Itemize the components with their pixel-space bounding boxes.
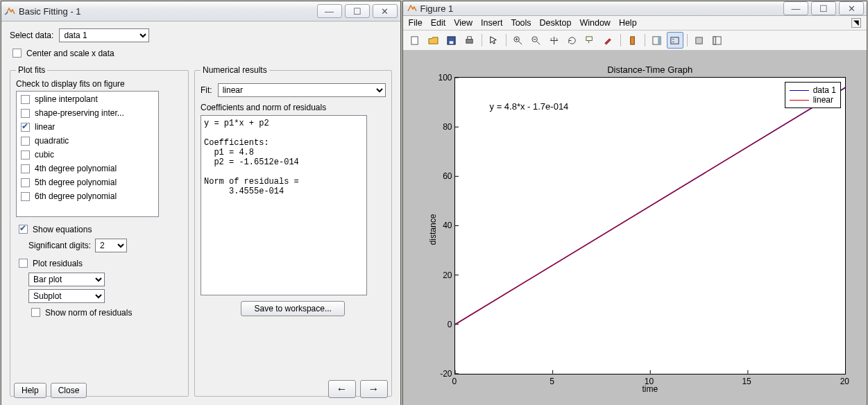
fit-check-5th[interactable] [21, 178, 30, 187]
fit-check-linear[interactable] [21, 123, 30, 132]
legend-swatch-linear [790, 100, 809, 101]
prev-panel-button[interactable]: ← [328, 380, 356, 398]
list-item: cubic [18, 148, 157, 162]
fit-check-4th[interactable] [21, 164, 30, 173]
select-data-label: Select data: [10, 31, 53, 40]
plot-residuals-input[interactable] [19, 259, 28, 268]
save-workspace-button[interactable]: Save to workspace... [241, 301, 345, 316]
ytick: 40 [434, 221, 452, 230]
menu-insert[interactable]: Insert [481, 18, 502, 28]
list-item: 4th degree polynomial [18, 162, 157, 175]
list-item: spline interpolant [18, 92, 157, 106]
next-panel-button[interactable]: → [360, 380, 388, 398]
fit-check-6th[interactable] [21, 192, 30, 201]
sig-digits-dropdown[interactable]: 2 [95, 239, 127, 252]
plot-area: Distance-Time Graph distance time [403, 51, 867, 405]
list-item: 5th degree polynomial [18, 175, 157, 189]
link-icon[interactable] [624, 32, 641, 49]
show-norm-checkbox[interactable]: Show norm of residuals [28, 306, 182, 319]
fig-close-button[interactable]: ✕ [839, 1, 864, 15]
svg-rect-20 [696, 37, 702, 43]
menu-window[interactable]: Window [579, 18, 610, 28]
list-item: quadratic [18, 134, 157, 148]
figure-window-controls: — ☐ ✕ [783, 1, 864, 15]
fitting-titlebar[interactable]: Basic Fitting - 1 — ☐ ✕ [1, 1, 400, 21]
list-item: linear [18, 120, 157, 134]
list-item: 6th degree polynomial [18, 189, 157, 203]
fit-check-spline[interactable] [21, 95, 30, 104]
equation-annotation: y = 4.8*x - 1.7e-014 [490, 101, 569, 112]
svg-rect-17 [671, 37, 679, 43]
residual-plot-type-dropdown[interactable]: Bar plot [28, 273, 105, 286]
hide-tools-icon[interactable] [691, 32, 708, 49]
fit-check-shape[interactable] [21, 109, 30, 118]
zoom-in-icon[interactable] [510, 32, 527, 49]
menu-help[interactable]: Help [619, 18, 637, 28]
menu-tools[interactable]: Tools [511, 18, 531, 28]
ytick: 20 [434, 270, 452, 280]
coefficients-label: Coefficients and norm of residuals [201, 103, 386, 112]
fit-label: Fit: [201, 85, 212, 95]
ytick: 80 [434, 122, 452, 132]
show-tools-icon[interactable] [709, 32, 726, 49]
brush-icon[interactable] [600, 32, 617, 49]
maximize-button[interactable]: ☐ [345, 4, 370, 18]
center-scale-input[interactable] [12, 49, 22, 58]
residual-location-dropdown[interactable]: Subplot [28, 289, 105, 303]
svg-rect-22 [713, 36, 716, 44]
fitting-window-controls: — ☐ ✕ [317, 4, 398, 18]
numerical-results-group: Numerical results Fit: linear Coefficien… [194, 65, 392, 397]
basic-fitting-window: Basic Fitting - 1 — ☐ ✕ Select data: dat… [1, 1, 401, 405]
open-icon[interactable] [425, 32, 442, 49]
fit-check-cubic[interactable] [21, 150, 30, 160]
plot-residuals-checkbox[interactable]: Plot residuals [16, 257, 182, 270]
menu-file[interactable]: File [409, 18, 423, 28]
pan-icon[interactable] [546, 32, 563, 49]
close-button[interactable]: Close [51, 383, 87, 398]
legend-toggle-icon[interactable] [667, 32, 683, 49]
ytick: 0 [434, 320, 452, 329]
plot-fits-group: Plot fits Check to display fits on figur… [10, 65, 189, 397]
zoom-out-icon[interactable] [528, 32, 545, 49]
help-button[interactable]: Help [14, 383, 46, 398]
menu-desktop[interactable]: Desktop [540, 18, 572, 28]
matlab-icon [4, 6, 15, 17]
xtick: 20 [840, 377, 849, 386]
fits-listbox[interactable]: spline interpolant shape-preserving inte… [16, 91, 159, 217]
svg-rect-16 [658, 37, 660, 43]
chart-axes[interactable]: 100 80 60 40 20 0 -20 0 5 10 15 20 y = 4… [454, 77, 846, 374]
figure-title: Figure 1 [420, 3, 783, 14]
fit-check-quadratic[interactable] [21, 137, 30, 146]
xtick: 15 [742, 377, 751, 386]
figure-toolbar [403, 31, 867, 51]
select-data-dropdown[interactable]: data 1 [59, 28, 149, 42]
new-figure-icon[interactable] [407, 32, 424, 49]
colorbar-icon[interactable] [649, 32, 665, 49]
center-scale-checkbox[interactable]: Center and scale x data [10, 46, 392, 60]
xtick: 10 [645, 377, 654, 386]
show-equations-input[interactable] [19, 225, 28, 234]
minimize-button[interactable]: — [317, 4, 342, 18]
save-icon[interactable] [443, 32, 460, 49]
rotate-icon[interactable] [564, 32, 581, 49]
fit-dropdown[interactable]: linear [218, 83, 386, 97]
chart-legend[interactable]: data 1 linear [785, 82, 841, 108]
datatip-icon[interactable] [582, 32, 599, 49]
svg-rect-2 [450, 41, 454, 44]
results-textbox[interactable]: y = p1*x + p2 Coefficients: p1 = 4.8 p2 … [201, 115, 367, 295]
close-window-button[interactable]: ✕ [373, 4, 398, 18]
figure-titlebar[interactable]: Figure 1 — ☐ ✕ [403, 1, 867, 16]
pointer-icon[interactable] [486, 32, 502, 49]
svg-rect-3 [466, 39, 473, 43]
show-equations-checkbox[interactable]: Show equations [16, 223, 182, 236]
dock-controls-icon[interactable]: ◥ [851, 18, 861, 28]
svg-rect-4 [468, 36, 472, 39]
legend-label: data 1 [813, 85, 836, 95]
svg-rect-0 [411, 36, 418, 44]
show-norm-input[interactable] [31, 308, 40, 317]
menu-edit[interactable]: Edit [431, 18, 446, 28]
fig-maximize-button[interactable]: ☐ [811, 1, 836, 15]
menu-view[interactable]: View [454, 18, 473, 28]
fig-minimize-button[interactable]: — [783, 1, 808, 15]
print-icon[interactable] [461, 32, 478, 49]
